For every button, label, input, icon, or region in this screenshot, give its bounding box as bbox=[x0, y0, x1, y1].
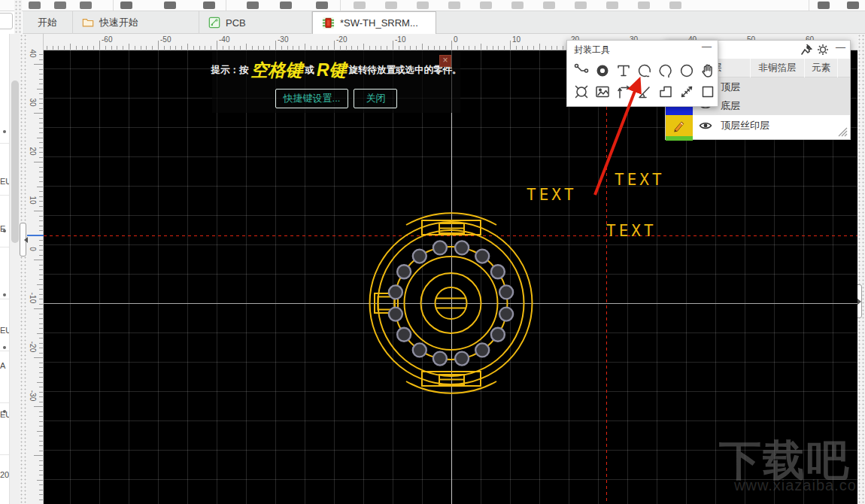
toolbar-icon-clipped[interactable] bbox=[385, 2, 397, 9]
shortcut-settings-button[interactable]: 快捷键设置... bbox=[275, 89, 349, 108]
toolbar-icon-clipped[interactable] bbox=[280, 2, 292, 9]
toolbar-icon-clipped[interactable] bbox=[847, 2, 859, 9]
toolbar-icon-clipped[interactable] bbox=[543, 2, 555, 9]
ruler-tick bbox=[39, 167, 43, 168]
tab-pcb[interactable]: PCB bbox=[199, 11, 312, 34]
panel-splitter-left[interactable] bbox=[20, 34, 27, 504]
pad[interactable] bbox=[389, 285, 402, 299]
list-item-text-clipped[interactable]: EU bbox=[0, 410, 10, 419]
measure-icon[interactable] bbox=[677, 82, 697, 102]
cutout-region-icon[interactable] bbox=[572, 82, 591, 102]
panel-splitter[interactable] bbox=[14, 0, 22, 34]
tab-start[interactable]: 开始 bbox=[23, 11, 73, 34]
library-scrollbar[interactable] bbox=[10, 34, 20, 504]
silk-circle bbox=[421, 273, 481, 333]
tab-footprint-active[interactable]: *SW-TH_SRRM... bbox=[312, 11, 436, 34]
layer-color-swatch-active[interactable] bbox=[666, 115, 693, 136]
ruler-tick bbox=[164, 46, 165, 50]
ruler-tick bbox=[434, 46, 435, 50]
ruler-tick bbox=[39, 499, 43, 500]
silk-text-label[interactable]: TEXT bbox=[615, 171, 665, 189]
toolbar-icon-clipped[interactable] bbox=[203, 2, 215, 9]
panel-splitter-right[interactable] bbox=[857, 34, 865, 504]
pad[interactable] bbox=[433, 241, 447, 254]
toolbar-icon-clipped[interactable] bbox=[29, 2, 41, 9]
image-icon[interactable] bbox=[593, 82, 612, 102]
pad[interactable] bbox=[389, 308, 402, 321]
pad-icon[interactable] bbox=[593, 61, 612, 80]
eye-icon[interactable] bbox=[699, 120, 712, 132]
toolbar-icon-clipped[interactable] bbox=[818, 2, 830, 9]
toolbar-icon-clipped[interactable] bbox=[164, 2, 176, 9]
ruler-tick bbox=[563, 46, 563, 50]
toolbar-icon-clipped[interactable] bbox=[354, 2, 366, 9]
center-arc-icon[interactable] bbox=[656, 61, 675, 80]
resize-grip[interactable] bbox=[836, 125, 848, 137]
list-item-text-clipped[interactable]: 20 bbox=[0, 470, 9, 479]
minimize-icon[interactable]: — bbox=[836, 41, 845, 53]
silk-text-label[interactable]: TEXT bbox=[606, 222, 657, 240]
minimize-icon[interactable]: — bbox=[702, 41, 712, 52]
pad[interactable] bbox=[455, 352, 469, 366]
layer-row-top-silk[interactable]: 顶层丝印层 bbox=[666, 115, 850, 136]
pad[interactable] bbox=[413, 250, 426, 263]
hand-drag-icon[interactable] bbox=[698, 61, 718, 80]
ruler-tick bbox=[39, 226, 43, 226]
rect-icon[interactable] bbox=[698, 82, 718, 102]
list-item-text-clipped[interactable]: A bbox=[0, 361, 5, 370]
angle-icon[interactable] bbox=[635, 82, 654, 102]
pad[interactable] bbox=[397, 265, 411, 278]
tab-elements[interactable]: 元素 bbox=[805, 59, 838, 77]
toolbar-icon-clipped[interactable] bbox=[480, 2, 492, 9]
toolbar-icon-clipped[interactable] bbox=[247, 2, 259, 9]
toolbar-icon-clipped[interactable] bbox=[316, 2, 328, 9]
toolbar-icon-clipped[interactable] bbox=[606, 2, 618, 9]
circle-icon[interactable] bbox=[677, 61, 697, 80]
hint-close-button[interactable]: 关闭 bbox=[354, 89, 397, 108]
toolbar-icon-clipped[interactable] bbox=[638, 2, 650, 9]
ruler-tick bbox=[87, 46, 88, 50]
dimension-icon[interactable] bbox=[614, 82, 633, 102]
close-icon[interactable]: × bbox=[439, 55, 451, 67]
list-separator bbox=[0, 299, 10, 299]
toolbar-icon-clipped[interactable] bbox=[448, 2, 460, 9]
solid-region-icon[interactable] bbox=[656, 82, 675, 102]
collapse-left-panel-handle[interactable] bbox=[20, 223, 26, 257]
gear-icon[interactable] bbox=[817, 44, 829, 56]
pad[interactable] bbox=[455, 241, 469, 254]
pad[interactable] bbox=[491, 328, 505, 342]
track-icon[interactable] bbox=[572, 61, 591, 80]
toolbar-icon-clipped[interactable] bbox=[54, 2, 66, 9]
pad[interactable] bbox=[499, 285, 513, 299]
pad[interactable] bbox=[475, 250, 489, 263]
library-list-clipped[interactable]: EUEEUAEU20 bbox=[0, 34, 10, 504]
watermark-url: www.xiazaiba.com bbox=[734, 477, 857, 494]
silk-text-label[interactable]: TEXT bbox=[527, 186, 577, 204]
scrollbar-thumb[interactable] bbox=[11, 80, 19, 243]
pad[interactable] bbox=[413, 343, 426, 357]
list-item-text-clipped[interactable]: EU bbox=[0, 326, 10, 335]
toolbar-icon-clipped[interactable] bbox=[511, 2, 524, 9]
list-item-text-clipped[interactable]: E bbox=[0, 224, 5, 233]
text-icon[interactable] bbox=[614, 61, 633, 80]
toolbar-icon-clipped[interactable] bbox=[80, 2, 92, 9]
pad[interactable] bbox=[397, 328, 411, 342]
toolbar-icon-clipped[interactable] bbox=[417, 2, 429, 9]
list-item-text-clipped[interactable]: EU bbox=[0, 177, 10, 186]
toolbar-icon-clipped[interactable] bbox=[120, 2, 132, 9]
pad[interactable] bbox=[433, 352, 447, 366]
toolbar-icon-clipped[interactable] bbox=[575, 2, 587, 9]
tab-quick-start[interactable]: 快速开始 bbox=[73, 11, 199, 34]
pin-icon[interactable] bbox=[800, 44, 812, 56]
tab-noncopper-layers[interactable]: 非铜箔层 bbox=[751, 59, 805, 77]
arc-icon[interactable] bbox=[635, 61, 654, 80]
pad[interactable] bbox=[475, 343, 489, 357]
ruler-tick bbox=[37, 284, 43, 285]
ruler-tick bbox=[39, 177, 43, 178]
pad[interactable] bbox=[499, 308, 513, 321]
ruler-tick bbox=[457, 46, 458, 50]
pad[interactable] bbox=[491, 265, 505, 278]
search-input[interactable] bbox=[0, 13, 13, 29]
tab-label: 快速开始 bbox=[99, 16, 138, 29]
toolbar-icon-clipped[interactable] bbox=[669, 2, 681, 9]
